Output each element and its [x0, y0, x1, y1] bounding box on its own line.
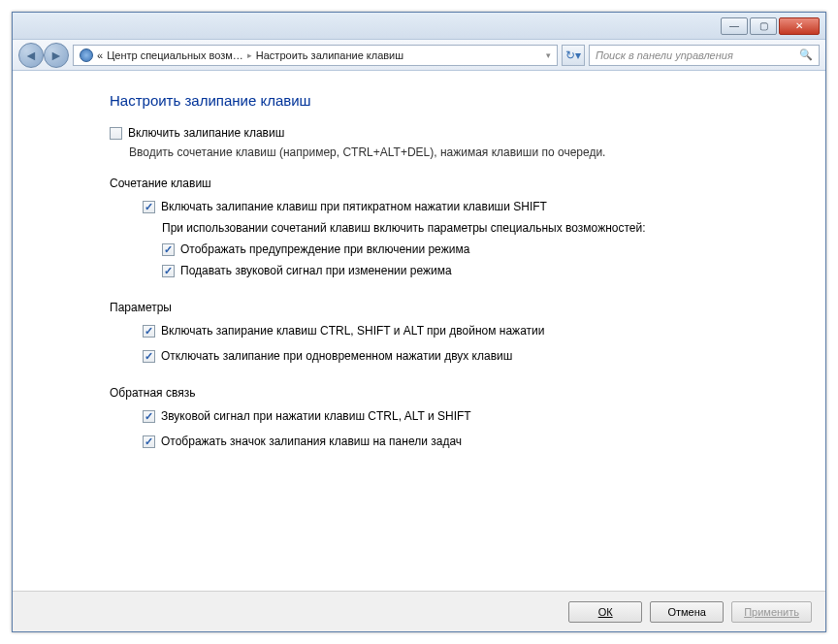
nav-arrows: ◄ ► [18, 43, 69, 68]
shift-5x-checkbox[interactable] [143, 201, 155, 213]
disable-on-two-keys-label[interactable]: Отключать залипание при одновременном на… [161, 349, 512, 363]
sound-signal-checkbox[interactable] [162, 265, 175, 277]
titlebar: — ▢ ✕ [13, 13, 825, 40]
address-bar[interactable]: « Центр специальных возм… ▸ Настроить за… [73, 45, 558, 66]
minimize-button[interactable]: — [721, 17, 748, 35]
breadcrumb-item[interactable]: Настроить залипание клавиш [256, 49, 403, 61]
navbar: ◄ ► « Центр специальных возм… ▸ Настроит… [13, 40, 825, 71]
sound-signal-label[interactable]: Подавать звуковой сигнал при изменении р… [180, 264, 452, 277]
section-header-feedback: Обратная связь [110, 386, 728, 400]
beep-on-modifier-label[interactable]: Звуковой сигнал при нажатии клавиш CTRL,… [161, 409, 471, 423]
window-frame: — ▢ ✕ ◄ ► « Центр специальных возм… ▸ На… [12, 12, 826, 632]
option-row: Отображать предупреждение при включении … [162, 242, 728, 256]
control-panel-icon [80, 48, 93, 62]
option-row: Включать запирание клавиш CTRL, SHIFT и … [143, 324, 728, 338]
breadcrumb-item[interactable]: Центр специальных возм… [107, 49, 243, 61]
back-button[interactable]: ◄ [18, 43, 44, 68]
show-taskbar-icon-label[interactable]: Отображать значок залипания клавиш на па… [161, 435, 462, 448]
option-row: Включать залипание клавиш при пятикратно… [143, 200, 728, 213]
section-header-params: Параметры [110, 301, 728, 314]
search-icon: 🔍 [799, 48, 813, 61]
lock-modifier-label[interactable]: Включать запирание клавиш CTRL, SHIFT и … [161, 324, 544, 338]
content-area: Настроить залипание клавиш Включить зали… [13, 71, 825, 591]
crumb-prefix: « [97, 49, 103, 61]
button-bar: ОК Отмена Применить [13, 591, 825, 631]
shift-5x-label[interactable]: Включать залипание клавиш при пятикратно… [161, 200, 547, 213]
forward-button[interactable]: ► [44, 43, 69, 68]
disable-on-two-keys-checkbox[interactable] [143, 350, 155, 363]
search-placeholder: Поиск в панели управления [596, 49, 733, 61]
option-row: Отображать значок залипания клавиш на па… [143, 435, 728, 448]
option-row: Звуковой сигнал при нажатии клавиш CTRL,… [143, 409, 728, 423]
show-warning-checkbox[interactable] [162, 243, 175, 256]
cancel-button[interactable]: Отмена [650, 601, 724, 623]
show-warning-label[interactable]: Отображать предупреждение при включении … [180, 242, 469, 256]
enable-sticky-keys-label[interactable]: Включить залипание клавиш [128, 126, 284, 140]
enable-sticky-keys-checkbox[interactable] [110, 127, 122, 140]
apply-button[interactable]: Применить [731, 601, 812, 623]
lock-modifier-checkbox[interactable] [143, 325, 155, 338]
chevron-right-icon[interactable]: ▸ [247, 50, 252, 60]
section-header-shortcut: Сочетание клавиш [110, 177, 728, 190]
option-row: Подавать звуковой сигнал при изменении р… [162, 264, 728, 277]
show-taskbar-icon-checkbox[interactable] [143, 435, 155, 448]
page-title: Настроить залипание клавиш [110, 92, 728, 109]
option-row: Отключать залипание при одновременном на… [143, 349, 728, 363]
accessibility-subtext: При использовании сочетаний клавиш включ… [162, 221, 728, 235]
sticky-keys-description: Вводить сочетание клавиш (например, CTRL… [129, 145, 728, 159]
enable-sticky-keys-option: Включить залипание клавиш [110, 126, 728, 140]
refresh-button[interactable]: ↻▾ [562, 45, 585, 66]
chevron-down-icon[interactable]: ▾ [546, 50, 551, 60]
maximize-button[interactable]: ▢ [750, 17, 777, 35]
ok-button[interactable]: ОК [568, 601, 642, 623]
close-button[interactable]: ✕ [779, 17, 820, 35]
beep-on-modifier-checkbox[interactable] [143, 410, 155, 423]
search-input[interactable]: Поиск в панели управления 🔍 [589, 45, 820, 66]
